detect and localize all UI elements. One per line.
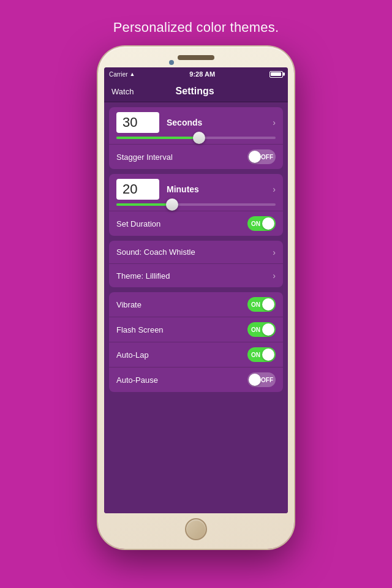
- settings-content: 30 Seconds › Stagger Interval OFF: [104, 102, 288, 513]
- phone-shell: Carrier ▲ 9:28 AM Watch Settings 30: [98, 47, 294, 549]
- autopause-toggle-knob: [249, 374, 261, 386]
- vibrate-toggle[interactable]: ON: [247, 297, 276, 312]
- flash-toggle-label: ON: [251, 326, 260, 333]
- seconds-slider-thumb[interactable]: [193, 132, 205, 144]
- sound-theme-card: Sound: Coach Whistle › Theme: Lillified …: [109, 241, 283, 287]
- flash-toggle[interactable]: ON: [247, 322, 276, 337]
- phone-screen: Carrier ▲ 9:28 AM Watch Settings 30: [104, 67, 288, 513]
- seconds-slider-fill: [116, 137, 199, 139]
- vibrate-toggle-knob: [262, 298, 274, 311]
- nav-bar: Watch Settings: [104, 81, 288, 102]
- theme-label: Theme: Lillified: [116, 271, 273, 281]
- autopause-toggle-label: OFF: [261, 377, 273, 383]
- duration-row: Set Duration ON: [109, 211, 283, 236]
- autopause-toggle[interactable]: OFF: [247, 372, 276, 387]
- vibrate-label: Vibrate: [116, 300, 247, 309]
- sound-label: Sound: Coach Whistle: [116, 247, 273, 257]
- page-tagline: Personalized color themes.: [113, 20, 279, 36]
- autolap-toggle-label: ON: [251, 352, 260, 358]
- seconds-slider[interactable]: [116, 137, 276, 139]
- autolap-toggle-knob: [262, 349, 274, 361]
- minutes-slider[interactable]: [116, 203, 276, 206]
- minutes-row: 20 Minutes ›: [109, 174, 283, 211]
- phone-speaker: [178, 55, 214, 60]
- theme-chevron-icon: ›: [273, 271, 276, 281]
- autolap-row: Auto-Lap ON: [109, 342, 283, 368]
- seconds-unit: Seconds: [167, 118, 273, 127]
- flash-label: Flash Screen: [116, 325, 247, 334]
- wifi-icon: ▲: [130, 71, 135, 77]
- minutes-unit: Minutes: [167, 184, 273, 194]
- autolap-toggle[interactable]: ON: [247, 347, 276, 362]
- back-button[interactable]: Watch: [111, 87, 134, 96]
- battery-indicator: [270, 71, 283, 78]
- stagger-toggle-label: OFF: [261, 154, 273, 160]
- minutes-value[interactable]: 20: [116, 179, 159, 200]
- minutes-card: 20 Minutes › Set Duration ON: [109, 174, 283, 236]
- autopause-row: Auto-Pause OFF: [109, 368, 283, 392]
- seconds-row: 30 Seconds ›: [109, 107, 283, 145]
- battery-icon: [270, 71, 283, 78]
- status-time: 9:28 AM: [189, 70, 215, 78]
- vibrate-toggle-label: ON: [251, 301, 260, 308]
- stagger-row: Stagger Interval OFF: [109, 145, 283, 169]
- sound-row[interactable]: Sound: Coach Whistle ›: [109, 241, 283, 264]
- autopause-label: Auto-Pause: [116, 375, 247, 385]
- seconds-chevron-icon: ›: [273, 118, 276, 127]
- vibrate-row: Vibrate ON: [109, 292, 283, 317]
- stagger-toggle-knob: [249, 151, 261, 163]
- sound-chevron-icon: ›: [273, 247, 276, 257]
- theme-row[interactable]: Theme: Lillified ›: [109, 264, 283, 287]
- duration-toggle-label: ON: [251, 221, 260, 227]
- home-button[interactable]: [185, 518, 207, 540]
- flash-toggle-knob: [262, 323, 274, 336]
- toggles-card: Vibrate ON Flash Screen ON Auto-Lap: [109, 292, 283, 392]
- phone-top: [104, 55, 288, 64]
- carrier-label: Carrier ▲: [109, 71, 135, 78]
- stagger-label: Stagger Interval: [116, 153, 247, 162]
- battery-fill: [271, 72, 281, 76]
- minutes-slider-fill: [116, 203, 172, 206]
- minutes-chevron-icon: ›: [273, 184, 276, 194]
- seconds-card: 30 Seconds › Stagger Interval OFF: [109, 107, 283, 169]
- autolap-label: Auto-Lap: [116, 350, 247, 360]
- stagger-toggle[interactable]: OFF: [247, 149, 276, 164]
- status-bar: Carrier ▲ 9:28 AM: [104, 67, 288, 81]
- nav-title: Settings: [176, 86, 214, 97]
- minutes-slider-thumb[interactable]: [166, 198, 178, 211]
- duration-toggle[interactable]: ON: [247, 216, 276, 231]
- phone-camera: [169, 60, 174, 65]
- duration-toggle-knob: [262, 217, 274, 230]
- flash-row: Flash Screen ON: [109, 317, 283, 342]
- seconds-value[interactable]: 30: [116, 112, 159, 133]
- duration-label: Set Duration: [116, 219, 247, 228]
